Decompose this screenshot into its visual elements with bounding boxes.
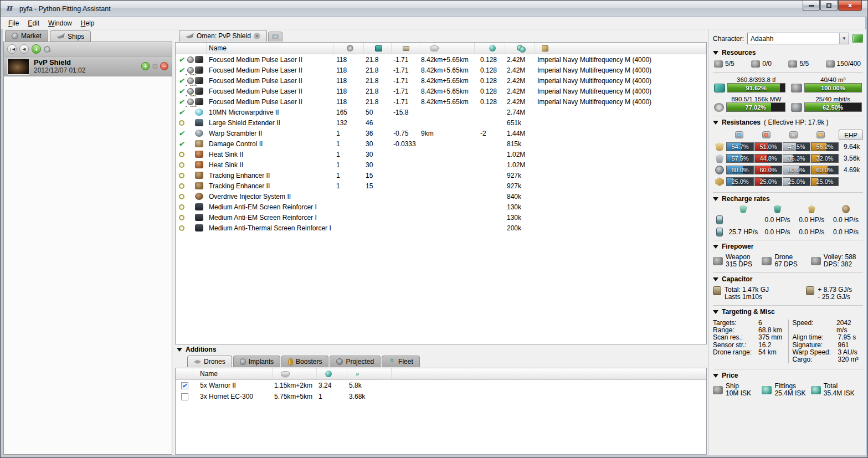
tab-ships[interactable]: Ships xyxy=(50,30,91,42)
cpu-column-header[interactable] xyxy=(364,43,392,54)
tracking-column-header[interactable] xyxy=(475,43,505,54)
module-row[interactable]: 1.40k Focused Medium Pulse Laser II 118 … xyxy=(176,86,706,96)
module-state-icon[interactable] xyxy=(177,224,186,232)
rename-fit-gear-icon[interactable]: ⚙ xyxy=(151,63,158,70)
chevron-down-icon[interactable]: ▼ xyxy=(839,33,849,44)
module-state-icon[interactable] xyxy=(177,182,186,190)
range-column-header[interactable] xyxy=(419,43,475,54)
new-tab-button[interactable]: + xyxy=(268,32,283,42)
module-state-icon[interactable] xyxy=(177,87,186,95)
speed-icon: » xyxy=(356,371,363,377)
targeting-header[interactable]: Targeting & Misc xyxy=(713,308,863,316)
ammo-column-header[interactable] xyxy=(535,43,706,54)
module-state-icon[interactable] xyxy=(177,192,186,200)
price-column-header[interactable] xyxy=(505,43,535,54)
tab-drones[interactable]: Drones xyxy=(187,356,232,367)
module-powergrid: 118 xyxy=(333,88,364,95)
module-row[interactable]: Focused Medium Pulse Laser II 118 21.8 -… xyxy=(176,54,706,65)
collapse-arrow-icon[interactable] xyxy=(713,277,718,281)
collapse-arrow-icon[interactable] xyxy=(713,197,718,201)
module-state-icon[interactable] xyxy=(177,161,186,169)
capacitor-column-header[interactable] xyxy=(392,43,419,54)
module-state-icon[interactable] xyxy=(177,203,186,211)
module-state-icon[interactable] xyxy=(177,108,186,116)
capacitor-header[interactable]: Capacitor xyxy=(713,275,863,283)
module-row[interactable]: Medium Anti-EM Screen Reinforcer I 130k xyxy=(176,202,706,212)
menu-edit[interactable]: Edit xyxy=(23,18,44,28)
collapse-arrow-icon[interactable] xyxy=(713,51,718,55)
drone-active-column-header[interactable] xyxy=(176,368,193,379)
tab-market[interactable]: Market xyxy=(5,30,48,42)
back-button[interactable]: ◀ xyxy=(19,44,29,54)
module-state-icon[interactable] xyxy=(177,66,186,74)
drone-name-column-header[interactable]: Name xyxy=(193,368,273,379)
copy-fit-button[interactable]: + xyxy=(141,62,150,70)
menu-file[interactable]: File xyxy=(4,18,23,28)
module-row[interactable]: Large Shield Extender II 132 46 651k xyxy=(176,117,706,128)
resources-header[interactable]: Resources xyxy=(713,49,863,56)
drone-active-checkbox[interactable] xyxy=(181,382,188,389)
drone-row[interactable]: 3x Hornet EC-300 5.75km+5km 1 3.68k xyxy=(176,391,706,402)
drone-range-column-header[interactable] xyxy=(273,368,317,379)
ehp-toggle-button[interactable]: EHP xyxy=(839,130,863,140)
tab-implants[interactable]: Implants xyxy=(233,356,280,367)
module-row[interactable]: Medium Anti-Thermal Screen Reinforcer I … xyxy=(176,223,706,233)
module-row[interactable]: Heat Sink II 1 30 1.02M xyxy=(176,149,706,159)
state-column-header[interactable] xyxy=(176,43,207,54)
menu-help[interactable]: Help xyxy=(76,18,99,28)
new-fit-button[interactable]: + xyxy=(32,44,41,54)
delete-fit-button[interactable]: − xyxy=(160,62,168,70)
module-row[interactable]: 1.40k Focused Medium Pulse Laser II 118 … xyxy=(176,65,706,75)
module-state-icon[interactable] xyxy=(177,55,186,64)
minimize-button[interactable] xyxy=(803,1,820,11)
close-button[interactable]: ✕ xyxy=(838,1,862,11)
back-to-start-button[interactable]: ❘◀ xyxy=(7,44,17,54)
module-row[interactable]: Tracking Enhancer II 1 15 927k xyxy=(176,181,706,191)
drone-active-checkbox[interactable] xyxy=(181,393,188,400)
module-row[interactable]: Warp Scrambler II 1 36 -0.75 9km -2 1.44… xyxy=(176,128,706,138)
module-row[interactable]: 1.40k Focused Medium Pulse Laser II 118 … xyxy=(176,96,706,107)
firepower-header[interactable]: Firepower xyxy=(713,243,863,250)
module-row[interactable]: 1.40k Focused Medium Pulse Laser II 118 … xyxy=(176,75,706,86)
module-row[interactable]: Overdrive Injector System II 840k xyxy=(176,191,706,202)
tab-boosters[interactable]: Boosters xyxy=(281,356,328,367)
module-state-icon[interactable] xyxy=(177,97,186,106)
module-cpu: 36 xyxy=(364,130,392,137)
recharge-header[interactable]: Recharge rates xyxy=(713,195,863,203)
module-row[interactable]: 10MN Microwarpdrive II 165 50 -15.8 2.74… xyxy=(176,107,706,117)
price-header[interactable]: Price xyxy=(713,372,863,379)
search-icon[interactable] xyxy=(44,46,50,53)
collapse-arrow-icon[interactable] xyxy=(713,374,718,378)
drone-tracking-column-header[interactable] xyxy=(317,368,347,379)
character-editor-icon[interactable] xyxy=(852,34,863,43)
tab-fleet[interactable]: »Fleet xyxy=(382,356,420,367)
module-state-icon[interactable] xyxy=(177,140,186,148)
module-state-icon[interactable] xyxy=(177,129,186,137)
module-row[interactable]: Damage Control II 1 30 -0.0333 815k xyxy=(176,138,706,149)
menu-window[interactable]: Window xyxy=(44,18,76,28)
module-row[interactable]: Medium Anti-EM Screen Reinforcer I 130k xyxy=(176,212,706,223)
powergrid-column-header[interactable] xyxy=(333,43,364,54)
module-state-icon[interactable] xyxy=(177,119,186,127)
maximize-button[interactable] xyxy=(820,1,838,11)
module-state-icon[interactable] xyxy=(177,150,186,158)
drone-speed-column-header[interactable]: » xyxy=(347,368,392,379)
tab-projected[interactable]: Projected xyxy=(330,356,381,367)
module-row[interactable]: Heat Sink II 1 30 1.02M xyxy=(176,159,706,170)
close-tab-icon[interactable]: ✕ xyxy=(254,33,260,39)
additions-header[interactable]: Additions xyxy=(177,344,216,354)
module-state-icon[interactable] xyxy=(177,213,186,222)
drone-row[interactable]: 5x Warrior II 1.15km+2km 3.24 5.8k xyxy=(176,380,706,391)
tab-omen-pvp-shield[interactable]: Omen: PvP Shield ✕ xyxy=(179,30,267,42)
collapse-arrow-icon[interactable] xyxy=(177,348,182,352)
module-state-icon[interactable] xyxy=(177,171,186,179)
module-state-icon[interactable] xyxy=(177,76,186,85)
character-select[interactable]: Adaahh ▼ xyxy=(747,33,849,44)
fit-list-item[interactable]: PvP Shield 2012/12/07 01:02 + ⚙ − xyxy=(4,56,172,76)
name-column-header[interactable]: Name xyxy=(207,43,333,54)
collapse-arrow-icon[interactable] xyxy=(713,245,718,249)
collapse-arrow-icon[interactable] xyxy=(713,121,718,125)
collapse-arrow-icon[interactable] xyxy=(713,310,718,314)
module-row[interactable]: Tracking Enhancer II 1 15 927k xyxy=(176,170,706,181)
resistances-header[interactable]: Resistances ( Effective HP: 17.9k ) xyxy=(713,119,863,126)
